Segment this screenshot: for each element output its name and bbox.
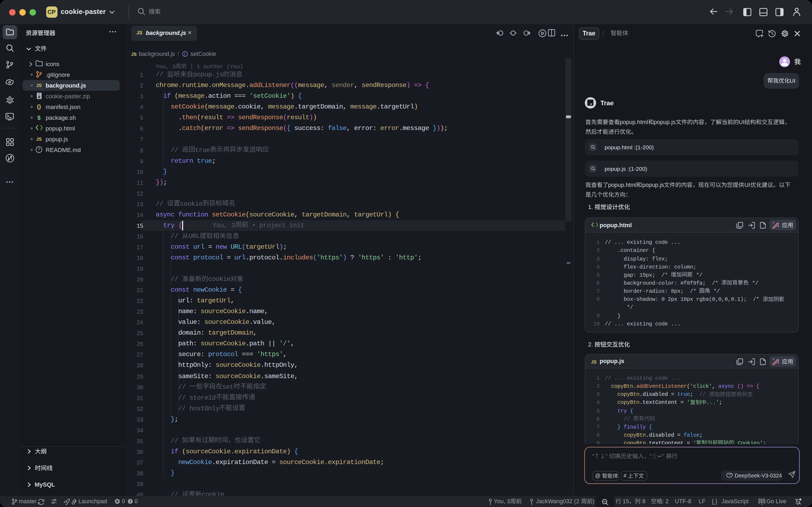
svg-text:f: f: [184, 52, 185, 56]
svg-text:?: ?: [38, 148, 40, 152]
